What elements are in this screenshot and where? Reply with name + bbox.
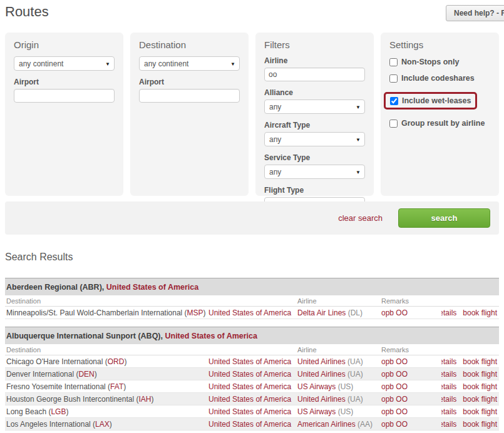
book-flight-link[interactable]: book flight <box>463 308 497 317</box>
airline-link[interactable]: US Airways <box>297 382 336 391</box>
destination-name: Long Beach ( <box>6 407 51 416</box>
include-codeshares-option[interactable]: Include codeshares <box>389 74 490 83</box>
details-link[interactable]: details <box>441 357 456 366</box>
book-flight-link[interactable]: book flight <box>463 382 497 391</box>
country-link[interactable]: United States of America <box>208 308 291 317</box>
group-airport-label: Aberdeen Regional (ABR), <box>6 283 106 292</box>
country-link[interactable]: United States of America <box>208 395 291 404</box>
destination-code-link[interactable]: MSP <box>187 308 203 317</box>
airline-cell: United Airlines (UA) <box>296 395 380 404</box>
include-wet-leases-label: Include wet-leases <box>402 96 471 105</box>
country-link[interactable]: United States of America <box>208 382 291 391</box>
origin-panel: Origin any continent Airport <box>5 33 123 196</box>
search-action-bar: clear search search <box>5 201 499 235</box>
service-type-filter-label: Service Type <box>264 153 365 162</box>
book-flight-link[interactable]: book flight <box>463 420 497 429</box>
details-link[interactable]: details <box>441 395 456 404</box>
details-link[interactable]: details <box>441 420 456 429</box>
airline-filter-input[interactable] <box>264 68 365 81</box>
origin-continent-select-wrap: any continent <box>14 56 115 71</box>
country-link[interactable]: United States of America <box>208 407 291 416</box>
details-link[interactable]: details <box>441 308 456 317</box>
country-link[interactable]: United States of America <box>208 420 291 429</box>
page-title: Routes <box>5 4 49 20</box>
destination-name: Houston George Bush Intercontinental ( <box>6 395 138 404</box>
airline-code: (US) <box>336 382 353 391</box>
result-table-row: Chicago O'Hare International (ORD)United… <box>5 355 499 368</box>
destination-continent-select-wrap: any continent <box>139 56 240 71</box>
filters-panel: Filters Airline Alliance any Aircraft Ty… <box>255 33 374 196</box>
aircraft-type-select-wrap: any <box>264 132 365 146</box>
group-country-link[interactable]: United States of America <box>106 283 199 292</box>
include-wet-leases-option[interactable]: Include wet-leases <box>390 96 471 105</box>
airline-cell: United Airlines (UA) <box>296 370 380 379</box>
search-button[interactable]: search <box>398 208 490 228</box>
group-result-by-airline-option[interactable]: Group result by airline <box>389 119 490 128</box>
destination-airport-input[interactable] <box>139 89 240 103</box>
book-flight-link[interactable]: book flight <box>463 395 497 404</box>
need-help-button[interactable]: Need help? - F <box>446 5 504 21</box>
clear-search-link[interactable]: clear search <box>338 213 383 223</box>
airline-code: (AA) <box>356 420 373 429</box>
airline-link[interactable]: Delta Air Lines <box>297 308 346 317</box>
origin-airport-input[interactable] <box>14 89 115 103</box>
book-flight-link[interactable]: book flight <box>463 357 497 366</box>
destination-continent-select[interactable]: any continent <box>139 56 240 71</box>
airline-cell: American Airlines (AA) <box>296 420 380 429</box>
alliance-select[interactable]: any <box>264 99 365 114</box>
country-link[interactable]: United States of America <box>208 357 291 366</box>
details-link[interactable]: details <box>441 370 456 379</box>
airline-link[interactable]: US Airways <box>297 407 336 416</box>
airline-link[interactable]: United Airlines <box>297 370 346 379</box>
result-table-row: Los Angeles International (LAX)United St… <box>5 418 499 430</box>
airline-cell: US Airways (US) <box>296 382 380 391</box>
destination-airport-label: Airport <box>139 78 240 86</box>
destination-code-link[interactable]: FAT <box>110 382 123 391</box>
remarks-cell: opb OO <box>380 382 441 391</box>
details-link[interactable]: details <box>441 407 456 416</box>
destination-name: Minneapolis/St. Paul Wold-Chamberlain In… <box>6 308 187 317</box>
result-group: Albuquerque International Sunport (ABQ),… <box>5 327 499 430</box>
destination-name-paren: ) <box>124 357 126 366</box>
airline-link[interactable]: American Airlines <box>297 420 356 429</box>
origin-continent-select[interactable]: any continent <box>14 56 115 71</box>
row-actions-cell: detailsbook flight <box>441 308 499 317</box>
destination-name-paren: ) <box>203 308 206 317</box>
row-actions-cell: detailsbook flight <box>441 382 499 391</box>
destination-cell: Fresno Yosemite International (FAT) <box>5 382 207 391</box>
row-actions-cell: detailsbook flight <box>441 370 499 379</box>
airline-link[interactable]: United Airlines <box>297 395 346 404</box>
include-wet-leases-checkbox[interactable] <box>390 97 398 105</box>
service-type-select[interactable]: any <box>264 165 365 179</box>
destination-code-link[interactable]: DEN <box>78 370 94 379</box>
non-stops-only-option[interactable]: Non-Stops only <box>389 58 490 66</box>
destination-name: Chicago O'Hare International ( <box>6 357 108 366</box>
destination-cell: Los Angeles International (LAX) <box>5 420 207 429</box>
airline-code: (US) <box>336 407 353 416</box>
airline-code: (DL) <box>346 308 363 317</box>
destination-name-paren: ) <box>66 407 68 416</box>
destination-code-link[interactable]: LGB <box>51 407 66 416</box>
destination-cell: Houston George Bush Intercontinental (IA… <box>5 395 207 404</box>
group-result-by-airline-checkbox[interactable] <box>389 120 398 128</box>
country-link[interactable]: United States of America <box>208 370 291 379</box>
airline-filter-label: Airline <box>264 56 365 65</box>
destination-name: Los Angeles International ( <box>6 420 95 429</box>
details-link[interactable]: details <box>441 382 456 391</box>
book-flight-link[interactable]: book flight <box>463 370 497 379</box>
aircraft-type-select[interactable]: any <box>264 132 365 146</box>
routes-page: Routes Need help? - F Origin any contine… <box>0 0 504 433</box>
destination-code-link[interactable]: LAX <box>95 420 110 429</box>
destination-cell: Long Beach (LGB) <box>5 407 207 416</box>
alliance-filter-label: Alliance <box>264 88 365 97</box>
book-flight-link[interactable]: book flight <box>463 407 497 416</box>
include-codeshares-checkbox[interactable] <box>389 74 398 83</box>
group-country-link[interactable]: United States of America <box>165 332 257 340</box>
column-header-airline: Airline <box>296 346 380 354</box>
country-cell: United States of America <box>207 420 296 429</box>
destination-code-link[interactable]: ORD <box>108 357 125 366</box>
airline-link[interactable]: United Airlines <box>297 357 346 366</box>
result-group-header: Albuquerque International Sunport (ABQ),… <box>5 327 499 344</box>
non-stops-only-checkbox[interactable] <box>389 58 398 66</box>
destination-code-link[interactable]: IAH <box>138 395 151 404</box>
